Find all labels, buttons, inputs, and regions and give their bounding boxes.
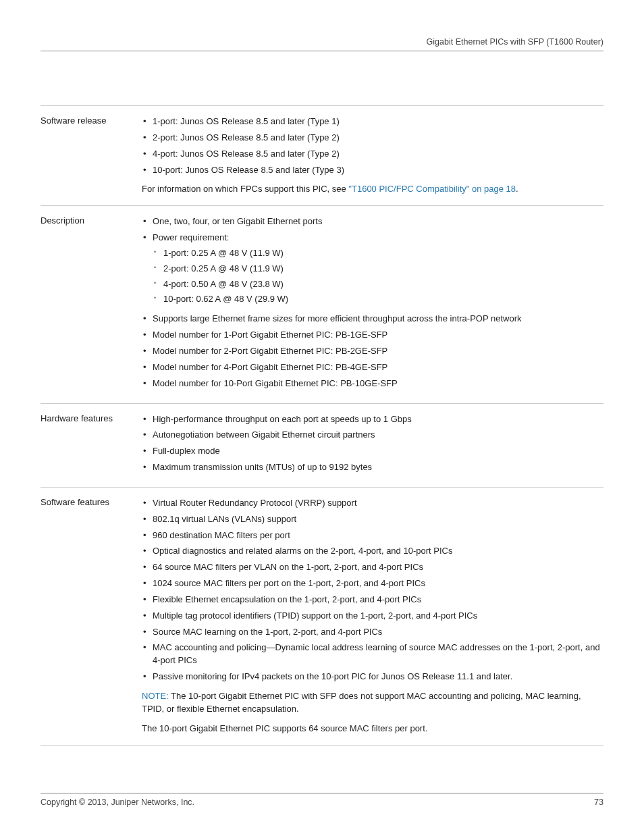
copyright-text: Copyright © 2013, Juniper Networks, Inc. xyxy=(41,798,194,807)
page-content: Software release 1-port: Junos OS Releas… xyxy=(41,51,603,793)
row-value: 1-port: Junos OS Release 8.5 and later (… xyxy=(142,115,603,196)
list-item: Model number for 4-Port Gigabit Ethernet… xyxy=(142,361,603,374)
row-hardware-features: Hardware features High-performance throu… xyxy=(41,403,603,487)
note-text: The 10-port Gigabit Ethernet PIC with SF… xyxy=(142,691,581,714)
list-item: 64 source MAC filters per VLAN on the 1-… xyxy=(142,561,603,574)
list-item: 1-port: 0.25 A @ 48 V (11.9 W) xyxy=(153,247,603,260)
bullet-list: Supports large Ethernet frame sizes for … xyxy=(142,313,603,390)
row-description: Description One, two, four, or ten Gigab… xyxy=(41,205,603,402)
list-item: 1-port: Junos OS Release 8.5 and later (… xyxy=(142,115,603,128)
list-item: 960 destination MAC filters per port xyxy=(142,529,603,542)
list-item-text: Power requirement: xyxy=(153,232,229,242)
list-item: 4-port: Junos OS Release 8.5 and later (… xyxy=(142,148,603,161)
bullet-list: 1-port: Junos OS Release 8.5 and later (… xyxy=(142,115,603,176)
list-item: Power requirement: 1-port: 0.25 A @ 48 V… xyxy=(142,232,603,306)
row-value: High-performance throughput on each port… xyxy=(142,413,603,477)
list-item: 10-port: Junos OS Release 8.5 and later … xyxy=(142,164,603,177)
list-item: Model number for 1-Port Gigabit Ethernet… xyxy=(142,329,603,342)
list-item: MAC accounting and policing—Dynamic loca… xyxy=(142,642,603,667)
row-value: Virtual Router Redundancy Protocol (VRRP… xyxy=(142,497,603,735)
list-item: Supports large Ethernet frame sizes for … xyxy=(142,313,603,325)
list-item: 802.1q virtual LANs (VLANs) support xyxy=(142,513,603,526)
list-item: 2-port: 0.25 A @ 48 V (11.9 W) xyxy=(153,263,603,276)
list-item: Full-duplex mode xyxy=(142,445,603,458)
page-number: 73 xyxy=(594,798,603,807)
footer-paragraph: The 10-port Gigabit Ethernet PIC support… xyxy=(142,723,603,735)
row-label: Software release xyxy=(41,115,142,196)
row-value: One, two, four, or ten Gigabit Ethernet … xyxy=(142,215,603,393)
list-item: 4-port: 0.50 A @ 48 V (23.8 W) xyxy=(153,278,603,291)
cross-reference-text: For information on which FPCs support th… xyxy=(142,183,603,196)
list-item: Multiple tag protocol identifiers (TPID)… xyxy=(142,610,603,623)
list-item: 10-port: 0.62 A @ 48 V (29.9 W) xyxy=(153,293,603,306)
list-item: Passive monitoring for IPv4 packets on t… xyxy=(142,671,603,683)
row-label: Hardware features xyxy=(41,413,142,477)
bullet-list: High-performance throughput on each port… xyxy=(142,413,603,474)
header-title: Gigabit Ethernet PICs with SFP (T1600 Ro… xyxy=(427,37,603,47)
list-item: 1024 source MAC filters per port on the … xyxy=(142,577,603,590)
spec-table: Software release 1-port: Junos OS Releas… xyxy=(41,105,603,746)
text-pre: For information on which FPCs support th… xyxy=(142,184,348,194)
row-software-features: Software features Virtual Router Redunda… xyxy=(41,487,603,745)
compatibility-link[interactable]: "T1600 PIC/FPC Compatibility" on page 18 xyxy=(348,184,516,194)
page-header: Gigabit Ethernet PICs with SFP (T1600 Ro… xyxy=(41,37,603,51)
bullet-list: Virtual Router Redundancy Protocol (VRRP… xyxy=(142,497,603,683)
note-label: NOTE: xyxy=(142,691,169,701)
row-label: Software features xyxy=(41,497,142,735)
list-item: Virtual Router Redundancy Protocol (VRRP… xyxy=(142,497,603,510)
row-label: Description xyxy=(41,215,142,393)
list-item: Source MAC learning on the 1-port, 2-por… xyxy=(142,626,603,639)
page-footer: Copyright © 2013, Juniper Networks, Inc.… xyxy=(41,793,603,807)
note-paragraph: NOTE: The 10-port Gigabit Ethernet PIC w… xyxy=(142,690,603,716)
document-page: Gigabit Ethernet PICs with SFP (T1600 Ro… xyxy=(0,0,644,834)
bullet-list: One, two, four, or ten Gigabit Ethernet … xyxy=(142,215,603,306)
list-item: Maximum transmission units (MTUs) of up … xyxy=(142,461,603,474)
list-item: Optical diagnostics and related alarms o… xyxy=(142,545,603,558)
list-item: High-performance throughput on each port… xyxy=(142,413,603,426)
text-post: . xyxy=(516,184,518,194)
sub-bullet-list: 1-port: 0.25 A @ 48 V (11.9 W) 2-port: 0… xyxy=(153,247,603,306)
list-item: Flexible Ethernet encapsulation on the 1… xyxy=(142,594,603,606)
list-item: Model number for 10-Port Gigabit Etherne… xyxy=(142,377,603,390)
list-item: Model number for 2-Port Gigabit Ethernet… xyxy=(142,345,603,358)
row-software-release: Software release 1-port: Junos OS Releas… xyxy=(41,105,603,205)
list-item: Autonegotiation between Gigabit Ethernet… xyxy=(142,429,603,442)
list-item: 2-port: Junos OS Release 8.5 and later (… xyxy=(142,132,603,145)
list-item: One, two, four, or ten Gigabit Ethernet … xyxy=(142,215,603,228)
